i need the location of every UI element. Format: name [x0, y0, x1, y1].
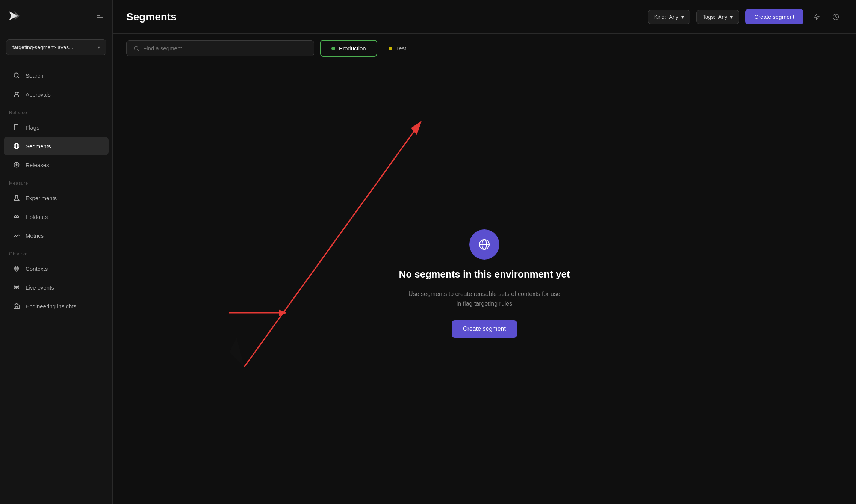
observe-section-label: Observe [0, 245, 112, 259]
search-icon [133, 45, 139, 51]
live-events-icon [13, 284, 20, 291]
sidebar-item-contexts[interactable]: Contexts [4, 260, 109, 278]
engineering-insights-icon [13, 302, 20, 310]
svg-line-24 [138, 50, 139, 51]
kind-label: Kind: [654, 14, 666, 20]
tags-filter-button[interactable]: Tags: Any ▾ [696, 10, 740, 24]
production-tab[interactable]: Production [320, 40, 377, 57]
svg-point-10 [14, 125, 15, 126]
svg-point-15 [16, 164, 18, 166]
main-content-area: No segments in this environment yet Use … [113, 63, 856, 504]
approvals-icon [13, 91, 20, 98]
sidebar-item-releases[interactable]: Releases [4, 156, 109, 174]
sidebar-item-metrics[interactable]: Metrics [4, 226, 109, 244]
svg-point-18 [14, 216, 17, 218]
sidebar-header [0, 0, 112, 32]
svg-rect-4 [97, 17, 103, 18]
project-chevron-icon: ▾ [98, 45, 100, 50]
sidebar-item-search[interactable]: Search [4, 66, 109, 85]
sidebar-item-flags[interactable]: Flags [4, 118, 109, 136]
svg-rect-3 [97, 15, 100, 16]
history-button[interactable] [829, 10, 842, 24]
create-segment-button-topbar[interactable]: Create segment [745, 9, 803, 24]
page-title: Segments [126, 11, 177, 23]
sidebar-item-flags-label: Flags [26, 124, 39, 131]
project-name: targeting-segment-javas... [12, 44, 73, 50]
holdouts-icon [13, 213, 20, 220]
sidebar-item-holdouts-label: Holdouts [26, 214, 48, 220]
svg-line-26 [244, 122, 421, 367]
experiments-icon [13, 194, 20, 202]
segments-icon [13, 142, 20, 150]
sidebar-item-live-events-label: Live events [26, 284, 54, 291]
logo [8, 9, 21, 23]
search-box[interactable] [126, 40, 314, 56]
kind-filter-button[interactable]: Kind: Any ▾ [648, 10, 690, 24]
svg-rect-2 [97, 14, 103, 14]
sidebar-item-releases-label: Releases [26, 162, 49, 168]
sidebar-item-experiments-label: Experiments [26, 195, 57, 201]
svg-marker-28 [229, 337, 244, 367]
sidebar-item-engineering-insights[interactable]: Engineering insights [4, 297, 109, 315]
tags-value: Any [718, 14, 727, 20]
sidebar: targeting-segment-javas... ▾ Search Ap [0, 0, 113, 504]
sidebar-item-experiments[interactable]: Experiments [4, 189, 109, 207]
flags-icon [13, 124, 20, 131]
sidebar-item-segments[interactable]: Segments [4, 137, 109, 155]
sidebar-item-engineering-insights-label: Engineering insights [26, 303, 76, 309]
measure-section-label: Measure [0, 175, 112, 188]
empty-state: No segments in this environment yet Use … [399, 229, 570, 338]
search-icon [13, 72, 20, 79]
empty-state-icon [469, 229, 499, 260]
sidebar-item-live-events[interactable]: Live events [4, 278, 109, 296]
create-segment-button-empty[interactable]: Create segment [452, 320, 517, 338]
svg-rect-8 [14, 125, 18, 127]
sidebar-toggle-icon [96, 12, 103, 20]
sidebar-item-holdouts[interactable]: Holdouts [4, 208, 109, 226]
contexts-icon [13, 265, 20, 272]
sidebar-item-approvals-label: Approvals [26, 91, 51, 98]
metrics-icon [13, 232, 20, 239]
sidebar-item-metrics-label: Metrics [26, 232, 44, 239]
releases-icon [13, 161, 20, 169]
test-dot [389, 47, 392, 50]
sidebar-item-segments-label: Segments [26, 143, 51, 149]
svg-point-21 [16, 287, 17, 288]
release-section-label: Release [0, 104, 112, 118]
history-icon [832, 13, 839, 21]
svg-point-5 [14, 73, 18, 77]
empty-state-title: No segments in this environment yet [399, 269, 570, 280]
kind-chevron-icon: ▾ [681, 14, 684, 20]
empty-state-description: Use segments to create reusable sets of … [405, 289, 563, 308]
kind-value: Any [669, 14, 678, 20]
environment-bar: Production Test [113, 34, 856, 63]
sidebar-item-search-label: Search [26, 72, 44, 79]
test-tab-label: Test [396, 45, 407, 51]
main-content: Segments Kind: Any ▾ Tags: Any ▾ Create … [113, 0, 856, 504]
tags-label: Tags: [703, 14, 715, 20]
svg-point-19 [17, 216, 19, 218]
sidebar-nav: Search Approvals Release Fla [0, 63, 112, 504]
production-dot [331, 47, 335, 50]
sidebar-item-contexts-label: Contexts [26, 266, 48, 272]
sidebar-toggle-button[interactable] [94, 11, 105, 21]
lightning-icon [812, 13, 820, 21]
test-tab[interactable]: Test [377, 40, 418, 57]
lightning-button[interactable] [809, 10, 823, 24]
segments-empty-icon [478, 238, 491, 251]
logo-icon [8, 9, 21, 23]
sidebar-item-approvals[interactable]: Approvals [4, 85, 109, 103]
production-tab-label: Production [339, 45, 366, 51]
tags-chevron-icon: ▾ [730, 14, 733, 20]
svg-line-6 [18, 77, 20, 78]
topbar-right: Kind: Any ▾ Tags: Any ▾ Create segment [648, 9, 842, 24]
search-input[interactable] [143, 45, 307, 51]
project-selector[interactable]: targeting-segment-javas... ▾ [6, 39, 106, 55]
topbar: Segments Kind: Any ▾ Tags: Any ▾ Create … [113, 0, 856, 34]
